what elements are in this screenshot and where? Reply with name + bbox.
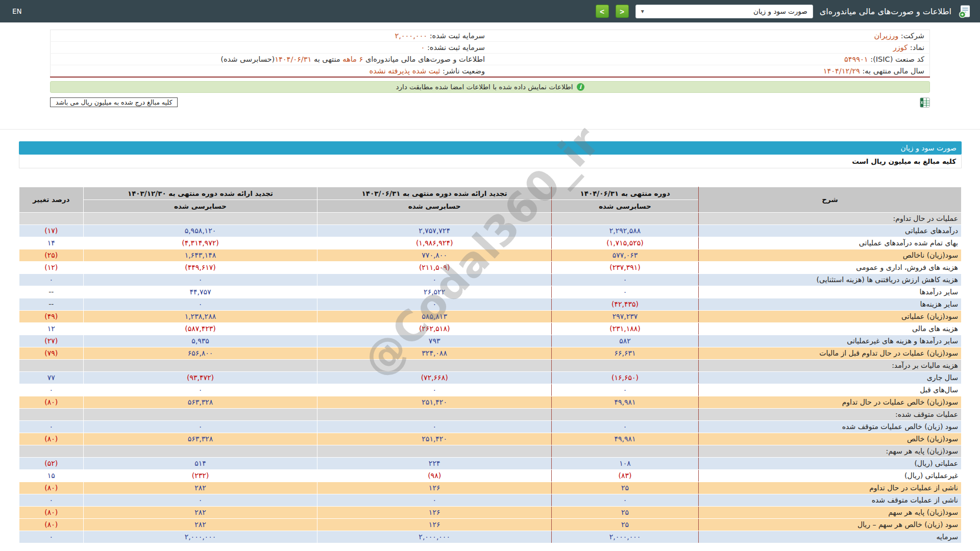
row-label-cell: هزینه کاهش ارزش دریافتنی ها (هزینه استثن… bbox=[698, 273, 961, 286]
value-cell-current: ۴۹,۹۸۱ bbox=[552, 433, 699, 445]
statement-type-select[interactable]: صورت سود و زیان ▾ bbox=[635, 5, 813, 18]
excel-export-button[interactable] bbox=[920, 97, 930, 108]
value-cell-restated-annual: ۰ bbox=[83, 384, 317, 396]
prev-statement-button[interactable]: < bbox=[616, 5, 629, 18]
signed-info-notice: i اطلاعات نمایش داده شده با اطلاعات امضا… bbox=[50, 81, 930, 93]
row-label-cell: سود(زیان) ناخالص bbox=[698, 249, 961, 261]
value-cell-restated-annual bbox=[83, 359, 317, 371]
column-subheader-audited: حسابرسی شده bbox=[83, 199, 317, 212]
value-cell-restated-interim: ۲۵۱,۴۲۰ bbox=[317, 433, 552, 445]
value-cell-current: ۲,۰۰۰,۰۰۰ bbox=[552, 531, 699, 543]
value-cell-restated-annual: ۰ bbox=[83, 420, 317, 433]
value-cell-restated-annual: ۵۶۳,۳۲۸ bbox=[83, 433, 317, 445]
value-cell-restated-interim: ۲,۰۰۰,۰۰۰ bbox=[317, 531, 552, 543]
percent-change-cell: -- bbox=[19, 298, 84, 310]
value-cell-restated-interim: ۰ bbox=[317, 273, 552, 286]
table-row: هزینه کاهش ارزش دریافتنی ها (هزینه استثن… bbox=[19, 273, 962, 286]
registered-capital-value: ۲,۰۰۰,۰۰۰ bbox=[395, 32, 427, 40]
period-months: ۶ ماهه bbox=[342, 55, 363, 63]
column-header-restated-interim: تجدید ارائه شده دوره منتهی به ۱۴۰۳/۰۶/۳۱ bbox=[317, 187, 552, 199]
value-cell-current: ۶۶,۶۳۱ bbox=[552, 347, 699, 359]
section-label-cell: سود(زیان) پایه هر سهم: bbox=[698, 445, 961, 457]
percent-change-cell: ۰ bbox=[19, 273, 84, 286]
table-row: هزینه های مالی(۲۳۱,۱۸۸)(۲۶۲,۵۱۸)(۵۸۷,۴۲۳… bbox=[19, 322, 962, 335]
value-cell-restated-annual: ۶۵۶,۸۰۰ bbox=[83, 347, 317, 359]
value-cell-current: (۲۳۱,۱۸۸) bbox=[552, 322, 699, 335]
value-cell-current bbox=[552, 359, 699, 371]
value-cell-restated-annual: ۲۸۲ bbox=[83, 506, 317, 518]
registered-capital-label: سرمایه ثبت شده: bbox=[430, 32, 485, 40]
next-statement-button[interactable]: > bbox=[596, 5, 609, 18]
symbol-value: کوزر bbox=[893, 43, 908, 52]
percent-change-cell: (۲۷) bbox=[19, 335, 84, 347]
value-cell-restated-interim: (۱,۹۸۶,۹۲۴) bbox=[317, 237, 552, 249]
table-header: شرح دوره منتهی به ۱۴۰۴/۰۶/۳۱ تجدید ارائه… bbox=[19, 187, 962, 212]
row-label-cell: سود(زیان) پایه هر سهم bbox=[698, 506, 961, 518]
row-label-cell: هزینه های مالی bbox=[698, 322, 961, 335]
value-cell-restated-interim bbox=[317, 212, 552, 224]
column-header-description: شرح bbox=[698, 187, 961, 212]
row-label-cell: ناشی از عملیات در حال تداوم bbox=[698, 482, 961, 494]
value-cell-restated-interim: (۲۶۲,۵۱۸) bbox=[317, 322, 552, 335]
value-cell-current: ۱۰۸ bbox=[552, 457, 699, 469]
table-row: سود(زیان) عملیات در حال تداوم قبل از مال… bbox=[19, 347, 962, 359]
value-cell-restated-annual: ۵,۹۵۸,۱۲۰ bbox=[83, 224, 317, 237]
value-cell-current: ۲۵ bbox=[552, 506, 699, 518]
row-label-cell: سود (زیان) خالص هر سهم – ریال bbox=[698, 518, 961, 531]
value-cell-current: (۱,۷۱۵,۵۲۵) bbox=[552, 237, 699, 249]
value-cell-restated-annual: (۴۴۹,۶۱۷) bbox=[83, 261, 317, 273]
percent-change-cell: (۸۰) bbox=[19, 396, 84, 408]
percent-change-cell: (۸۰) bbox=[19, 518, 84, 531]
section-label-cell: عملیات در حال تداوم: bbox=[698, 212, 961, 224]
percent-change-cell: (۷۹) bbox=[19, 347, 84, 359]
language-toggle[interactable]: EN bbox=[12, 7, 22, 15]
value-cell-restated-interim: (۹۸) bbox=[317, 469, 552, 482]
value-cell-restated-annual: ۰ bbox=[83, 494, 317, 506]
value-cell-restated-annual: ۲,۰۰۰,۰۰۰ bbox=[83, 531, 317, 543]
value-cell-restated-interim: (۲۱۱,۵۰۹) bbox=[317, 261, 552, 273]
value-cell-current: (۱۶,۶۵۰) bbox=[552, 371, 699, 384]
value-cell-restated-interim: ۲۵۱,۴۲۰ bbox=[317, 396, 552, 408]
value-cell-restated-interim: ۲۶,۵۲۲ bbox=[317, 286, 552, 298]
chevron-down-icon: ▾ bbox=[641, 8, 644, 14]
row-label-cell: درآمدهای عملیاتی bbox=[698, 224, 961, 237]
excel-icon bbox=[920, 97, 930, 108]
statement-type-selected-value: صورت سود و زیان bbox=[753, 7, 807, 15]
percent-change-cell bbox=[19, 408, 84, 420]
topbar: اطلاعات و صورت‌های مالی میاندوره‌ای صورت… bbox=[0, 0, 980, 22]
percent-change-cell: (۵۲) bbox=[19, 457, 84, 469]
value-cell-current: ۲,۲۹۲,۵۸۸ bbox=[552, 224, 699, 237]
column-subheader-audited: حسابرسی شده bbox=[552, 199, 699, 212]
row-label-cell: سایر درآمدها و هزینه های غیرعملیاتی bbox=[698, 335, 961, 347]
percent-change-cell: (۸۰) bbox=[19, 506, 84, 518]
table-row: عملیاتی (ریال)۱۰۸۲۲۴۵۱۴(۵۲) bbox=[19, 457, 962, 469]
value-cell-restated-interim: ۰ bbox=[317, 420, 552, 433]
table-row: ناشی از عملیات متوقف شده۰۰۰۰ bbox=[19, 494, 962, 506]
value-cell-current: (۲۳۷,۳۹۱) bbox=[552, 261, 699, 273]
unit-note-box: کلیه مبالغ درج شده به میلیون ریال می باش… bbox=[50, 97, 178, 107]
table-row: هزینه های فروش، اداری و عمومی(۲۳۷,۳۹۱)(۲… bbox=[19, 261, 962, 273]
info-icon: i bbox=[577, 83, 584, 91]
company-info-row: کد صنعت (ISIC): ۵۴۹۹۰۱ اطلاعات و صورت‌ها… bbox=[51, 54, 930, 65]
company-name-cell: شرکت: ورزیران bbox=[490, 30, 930, 42]
fiscal-year-value: ۱۴۰۴/۱۲/۲۹ bbox=[823, 67, 860, 75]
section-row: سود(زیان) پایه هر سهم: bbox=[19, 445, 962, 457]
percent-change-cell: (۲۵) bbox=[19, 249, 84, 261]
row-label-cell: سایر درآمدها bbox=[698, 286, 961, 298]
signed-info-notice-text: اطلاعات نمایش داده شده با اطلاعات امضا ش… bbox=[396, 83, 573, 91]
percent-change-cell: ۰ bbox=[19, 384, 84, 396]
table-row: سایر درآمدها و هزینه های غیرعملیاتی۵۸۲۷۹… bbox=[19, 335, 962, 347]
value-cell-current: ۵۸۲ bbox=[552, 335, 699, 347]
row-label-cell: هزینه های فروش، اداری و عمومی bbox=[698, 261, 961, 273]
row-label-cell: سود (زیان) خالص عملیات متوقف شده bbox=[698, 420, 961, 433]
table-row: ناشی از عملیات در حال تداوم۲۵۱۲۶۲۸۲(۸۰) bbox=[19, 482, 962, 494]
symbol-label: نماد: bbox=[910, 43, 924, 52]
codal-logo-icon bbox=[958, 5, 972, 18]
company-info-row: شرکت: ورزیران سرمایه ثبت شده: ۲,۰۰۰,۰۰۰ bbox=[51, 30, 930, 42]
table-row: سال جاری(۱۶,۶۵۰)(۷۲,۶۶۸)(۹۳,۴۷۲)۷۷ bbox=[19, 371, 962, 384]
statement-title-bar: صورت سود و زیان bbox=[19, 141, 962, 155]
percent-change-cell: ۷۷ bbox=[19, 371, 84, 384]
percent-change-cell: ۰ bbox=[19, 494, 84, 506]
row-label-cell: عملیاتی (ریال) bbox=[698, 457, 961, 469]
percent-change-cell: ۱۲ bbox=[19, 322, 84, 335]
